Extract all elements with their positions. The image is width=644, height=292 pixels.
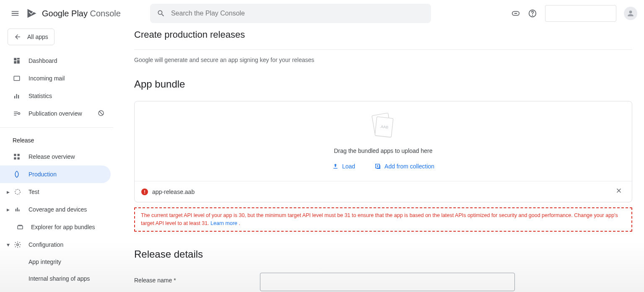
svg-rect-18 bbox=[16, 209, 16, 212]
aab-file-icon: .AAB bbox=[371, 114, 395, 137]
arrow-left-icon bbox=[14, 33, 21, 41]
file-name: app-release.aab bbox=[152, 189, 195, 195]
help-icon bbox=[528, 9, 537, 18]
learn-more-link[interactable]: Learn more bbox=[210, 220, 237, 226]
play-logo-icon bbox=[26, 8, 38, 19]
brand-label: Google Play Console bbox=[42, 9, 121, 18]
search-input[interactable] bbox=[170, 9, 424, 18]
release-name-label: Release name * bbox=[134, 273, 260, 284]
left-nav: All apps Dashboard Incoming mail Statist… bbox=[0, 27, 113, 292]
nav-setup[interactable]: ▾ Configuration bbox=[0, 236, 113, 253]
nav-label: Internal sharing of apps bbox=[29, 275, 90, 282]
search-bar[interactable] bbox=[150, 4, 431, 23]
nav-label: Test bbox=[29, 189, 39, 195]
library-label: Add from collection bbox=[384, 163, 434, 170]
person-icon bbox=[626, 9, 635, 18]
svg-point-22 bbox=[17, 244, 19, 246]
add-from-library-button[interactable]: Add from collection bbox=[372, 163, 437, 170]
svg-rect-7 bbox=[14, 76, 20, 81]
svg-point-17 bbox=[15, 189, 20, 194]
devices-icon bbox=[13, 206, 23, 213]
close-icon bbox=[615, 187, 623, 194]
remove-file-button[interactable] bbox=[613, 186, 625, 197]
library-add-icon bbox=[374, 163, 381, 170]
release-name-input[interactable] bbox=[260, 273, 515, 291]
dashboard-icon bbox=[13, 57, 21, 65]
svg-rect-6 bbox=[14, 61, 16, 64]
chevron-right-icon: ▸ bbox=[6, 206, 10, 213]
upload-dropzone[interactable]: .AAB Drag the bundled apps to upload her… bbox=[135, 101, 632, 181]
inbox-icon bbox=[13, 75, 21, 82]
publish-icon bbox=[13, 110, 21, 117]
account-switcher-dropdown[interactable] bbox=[545, 5, 616, 22]
nav-label: Publication overview bbox=[29, 110, 82, 117]
svg-rect-10 bbox=[18, 95, 19, 98]
nav-label: Dashboard bbox=[29, 57, 57, 64]
file-row: ! app-release.aab bbox=[135, 181, 632, 202]
svg-rect-19 bbox=[17, 208, 18, 212]
help-button[interactable] bbox=[524, 5, 541, 22]
nav-inbox[interactable]: Incoming mail bbox=[0, 70, 113, 87]
back-all-apps-button[interactable]: All apps bbox=[8, 28, 55, 45]
search-icon bbox=[157, 9, 165, 18]
gear-icon bbox=[13, 241, 23, 248]
link-button[interactable] bbox=[507, 5, 524, 22]
brand-logo[interactable]: Google Play Console bbox=[26, 8, 121, 19]
nav-label: App integrity bbox=[29, 258, 61, 265]
signing-key-text: Google will generate and secure an app s… bbox=[134, 57, 632, 63]
nav-publishing-overview[interactable]: Publication overview bbox=[0, 105, 113, 122]
chevron-right-icon: ▸ bbox=[6, 189, 10, 195]
nav-label: Statistics bbox=[29, 93, 52, 99]
upload-card: .AAB Drag the bundled apps to upload her… bbox=[134, 101, 632, 202]
menu-icon bbox=[10, 9, 20, 18]
stats-icon bbox=[13, 92, 21, 100]
upload-button[interactable]: Load bbox=[330, 163, 358, 170]
nav-bundle-explorer[interactable]: Explorer for app bundles bbox=[0, 218, 113, 236]
nav-app-integrity[interactable]: App integrity bbox=[0, 253, 113, 270]
user-avatar[interactable] bbox=[624, 7, 637, 20]
page-title: Create production releases bbox=[134, 29, 632, 40]
back-label: All apps bbox=[27, 34, 48, 40]
upload-label: Load bbox=[342, 163, 355, 170]
svg-rect-9 bbox=[16, 94, 17, 99]
link-icon bbox=[511, 9, 520, 18]
bundle-icon bbox=[15, 223, 25, 231]
hamburger-menu-button[interactable] bbox=[7, 5, 23, 22]
nav-label: Production bbox=[29, 171, 57, 178]
api-level-error-banner: The current target API level of your app… bbox=[134, 207, 632, 232]
svg-rect-16 bbox=[18, 158, 20, 160]
svg-rect-21 bbox=[18, 226, 23, 229]
release-details-heading: Release details bbox=[134, 248, 632, 260]
main-content: Create production releases Google will g… bbox=[134, 27, 632, 292]
nav-label: Coverage and devices bbox=[29, 206, 87, 213]
nav-label: Configuration bbox=[29, 241, 63, 248]
testing-icon bbox=[13, 188, 23, 196]
nav-label: Incoming mail bbox=[29, 75, 65, 82]
overview-icon bbox=[13, 153, 21, 160]
upload-icon bbox=[332, 163, 339, 170]
nav-production[interactable]: Production bbox=[0, 165, 111, 183]
nav-reach-devices[interactable]: ▸ Coverage and devices bbox=[0, 201, 113, 218]
svg-rect-5 bbox=[17, 60, 20, 64]
drag-prompt: Drag the bundled apps to upload here bbox=[334, 147, 432, 154]
svg-rect-15 bbox=[14, 158, 16, 160]
top-header: Google Play Console bbox=[0, 0, 644, 27]
svg-rect-13 bbox=[14, 154, 16, 156]
nav-label: Release overview bbox=[29, 153, 75, 160]
app-bundle-heading: App bundle bbox=[134, 78, 632, 90]
svg-rect-4 bbox=[17, 58, 20, 59]
svg-rect-8 bbox=[14, 96, 15, 98]
nav-release-overview[interactable]: Release overview bbox=[0, 148, 113, 165]
svg-rect-20 bbox=[18, 209, 19, 212]
nav-statistics[interactable]: Statistics bbox=[0, 87, 113, 105]
nav-dashboard[interactable]: Dashboard bbox=[0, 52, 113, 70]
svg-point-2 bbox=[532, 15, 533, 16]
publish-status-icon bbox=[97, 109, 105, 118]
nav-testing[interactable]: ▸ Test bbox=[0, 183, 113, 201]
nav-label: Explorer for app bundles bbox=[31, 224, 95, 230]
rocket-icon bbox=[13, 171, 21, 178]
nav-internal-sharing[interactable]: Internal sharing of apps bbox=[0, 270, 113, 287]
chevron-down-icon: ▾ bbox=[6, 241, 10, 248]
nav-section-release: Release bbox=[0, 133, 113, 148]
svg-rect-3 bbox=[14, 58, 16, 60]
